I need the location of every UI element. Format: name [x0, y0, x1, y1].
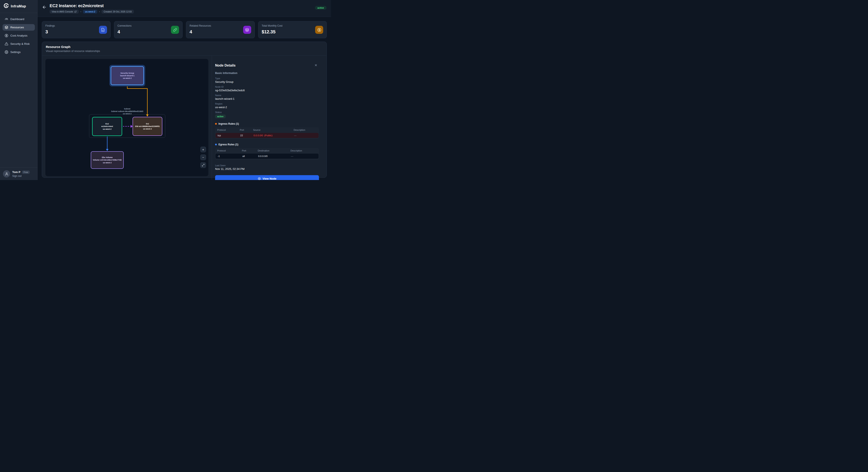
- sidebar-nav: Dashboard Resources Cost Analysis Securi…: [0, 13, 37, 168]
- sidebar-item-label: Security & Risk: [10, 42, 30, 46]
- field-node-id: Node ID sg-020e92bd3e6e2edc6: [215, 86, 319, 92]
- stat-value: $12.35: [262, 29, 323, 35]
- inframap-logo-icon: [3, 3, 9, 9]
- resource-graph-panel: Resource Graph Visual representation of …: [42, 41, 327, 178]
- stat-card-related-resources: Related Resources 4: [186, 21, 255, 38]
- graph-node-subnet-label: Subnet Subnet subnet-06ce6b830bed218d3 u…: [89, 108, 165, 115]
- dollar-icon: [315, 26, 323, 34]
- app-logo[interactable]: InfraMap: [0, 0, 37, 13]
- table-row: -1 all 0.0.0.0/0 —: [216, 154, 318, 159]
- maximize-icon: [202, 164, 205, 167]
- layers-icon: [5, 26, 8, 29]
- avatar: [3, 170, 10, 177]
- sign-out-link[interactable]: Sign out: [12, 175, 30, 177]
- back-button[interactable]: [42, 5, 47, 10]
- ingress-rules-table: Protocol Port Source Description tcp 22 …: [215, 127, 319, 139]
- field-region: Region us-west-2: [215, 102, 319, 109]
- zoom-in-button[interactable]: +: [200, 147, 206, 152]
- sidebar-item-label: Cost Analysis: [10, 34, 27, 37]
- external-link-icon: [74, 10, 76, 13]
- sidebar-item-settings[interactable]: Settings: [3, 49, 35, 55]
- view-node-button[interactable]: View Node: [215, 175, 319, 180]
- layers-icon: [243, 26, 251, 34]
- stat-card-total-monthly-cost: Total Monthly Cost $12.35: [258, 21, 327, 38]
- stat-label: Connections: [118, 24, 179, 27]
- stat-label: Related Resources: [190, 24, 251, 27]
- zoom-controls: + −: [200, 147, 206, 168]
- field-name: Name launch-wizard-1: [215, 94, 319, 100]
- sidebar-item-label: Resources: [10, 26, 24, 29]
- stat-value: 4: [190, 29, 251, 35]
- stat-label: Findings: [45, 24, 107, 27]
- ingress-dot-icon: [215, 123, 217, 125]
- document-icon: [99, 26, 107, 34]
- view-in-aws-console-link[interactable]: View in AWS Console: [50, 10, 79, 13]
- page-header: EC2 Instance: ec2microtest View in AWS C…: [38, 0, 331, 17]
- graph-node-ebs-volume[interactable]: Ebs Volume Volume vol-04c126e17d36c77d2 …: [91, 151, 124, 169]
- sidebar-item-resources[interactable]: Resources: [3, 24, 35, 31]
- field-type: Type Security Group: [215, 77, 319, 84]
- node-details-title: Node Details: [215, 64, 319, 67]
- graph-node-ec2[interactable]: Ec2 ec2microtest us-west-2: [92, 117, 122, 136]
- separator-dot: •: [99, 10, 100, 13]
- graph-canvas[interactable]: Security Group launch-wizard-1 us-west-2…: [45, 59, 208, 176]
- ingress-rules-heading: Ingress Rules (1): [215, 122, 319, 125]
- plan-badge: Free: [22, 171, 30, 174]
- user-box: Tom P Free Sign out: [0, 168, 37, 180]
- sidebar: InfraMap Dashboard Resources Cost Analys…: [0, 0, 38, 180]
- sidebar-item-cost-analysis[interactable]: Cost Analysis: [3, 32, 35, 39]
- status-badge: active: [215, 115, 226, 118]
- graph-node-eni[interactable]: Eni ENI eni-08998c8ae32269fd1 us-west-2: [132, 117, 162, 136]
- region-badge: us-west-2: [83, 10, 97, 13]
- gauge-icon: [5, 17, 8, 21]
- close-icon[interactable]: [314, 64, 318, 67]
- egress-rules-table: Protocol Port Destination Description -1…: [215, 148, 319, 160]
- egress-rules-heading: Egress Rules (1): [215, 143, 319, 146]
- sidebar-item-security-risk[interactable]: Security & Risk: [3, 40, 35, 47]
- stat-value: 4: [118, 29, 179, 35]
- fullscreen-button[interactable]: [200, 162, 206, 168]
- status-badge: active: [315, 6, 327, 10]
- graph-subtitle: Visual representation of resource relati…: [46, 50, 323, 53]
- sidebar-item-label: Dashboard: [10, 18, 24, 21]
- dollar-circle-icon: [5, 34, 8, 37]
- zoom-out-button[interactable]: −: [200, 154, 206, 160]
- field-last-seen: Last Seen Nov 11, 2025, 02:34 PM: [215, 164, 319, 171]
- graph-title: Resource Graph: [46, 45, 323, 49]
- created-timestamp: Created: 29 Oct, 2025 12:03: [101, 10, 134, 13]
- stats-row: Findings 3 Connections 4 Related Resourc…: [42, 21, 327, 38]
- stat-card-findings: Findings 3: [42, 21, 111, 38]
- table-row: tcp 22 0.0.0.0/0(Public) —: [216, 133, 318, 138]
- graph-node-security-group[interactable]: Security Group launch-wizard-1 us-west-2: [111, 66, 144, 85]
- arrow-left-icon: [42, 5, 46, 9]
- stat-value: 3: [45, 29, 107, 35]
- target-icon: [258, 177, 261, 180]
- stat-label: Total Monthly Cost: [262, 24, 323, 27]
- sidebar-item-dashboard[interactable]: Dashboard: [3, 16, 35, 22]
- egress-dot-icon: [215, 144, 217, 145]
- page-title: EC2 Instance: ec2microtest: [50, 3, 134, 8]
- field-status: Status active: [215, 111, 319, 118]
- stat-card-connections: Connections 4: [114, 21, 183, 38]
- user-icon: [5, 172, 8, 176]
- link-icon: [171, 26, 179, 34]
- alert-triangle-icon: [5, 42, 8, 46]
- user-name: Tom P: [12, 171, 21, 174]
- node-details-panel: Node Details Basic Information Type Secu…: [212, 56, 327, 180]
- basic-information-heading: Basic Information: [215, 71, 319, 75]
- app-name: InfraMap: [11, 4, 26, 8]
- separator-dot: •: [81, 10, 81, 13]
- sidebar-item-label: Settings: [10, 51, 21, 54]
- gear-icon: [5, 50, 8, 54]
